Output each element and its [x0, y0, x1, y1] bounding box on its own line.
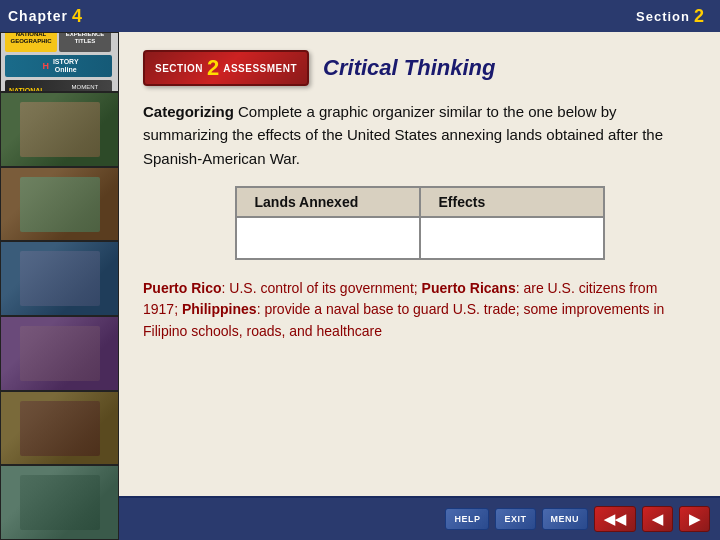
chapter-header: Chapter 4: [0, 0, 119, 32]
section-header: Section 2: [119, 0, 720, 32]
table-header-effects: Effects: [420, 187, 604, 217]
body-instruction: Categorizing Complete a graphic organize…: [143, 100, 696, 170]
answer-puerto-ricans-bold: Puerto Ricans: [422, 280, 516, 296]
table-cell-lands: [236, 217, 420, 259]
chapter-number: 4: [72, 6, 82, 27]
prev-button[interactable]: ◀: [642, 506, 673, 532]
table-cell-effects: [420, 217, 604, 259]
bottom-nav: HELP EXIT MENU ◀◀ ◀ ▶: [119, 496, 720, 540]
exit-button[interactable]: EXIT: [495, 508, 535, 530]
assessment-banner: SECTION 2 ASSESSMENT Critical Thinking: [143, 50, 696, 86]
table-row: [236, 217, 604, 259]
badge-number: 2: [207, 57, 219, 79]
section-badge: SECTION 2 ASSESSMENT: [143, 50, 309, 86]
prev-prev-button[interactable]: ◀◀: [594, 506, 636, 532]
sidebar-image-3: [0, 241, 119, 316]
body-term: Categorizing: [143, 103, 234, 120]
answer-puerto-rico-bold: Puerto Rico: [143, 280, 222, 296]
sidebar: Chapter 4 NATIONALGEOGRAPHIC EXPERIENCET…: [0, 0, 119, 540]
content-area: SECTION 2 ASSESSMENT Critical Thinking C…: [119, 32, 720, 496]
sidebar-image-6: [0, 465, 119, 540]
national-geo-logo: NATIONALGEOGRAPHIC: [5, 32, 57, 52]
history-online-logo: HISTORYOnline: [5, 55, 112, 77]
answer-puerto-rico-text: : U.S. control of its government;: [222, 280, 422, 296]
help-button[interactable]: HELP: [445, 508, 489, 530]
chapter-label: Chapter: [8, 8, 68, 24]
moment-history-logo: NATIONAL MOMENTOF HISTORY: [5, 80, 112, 92]
secondary-logo: EXPERIENCETITLES: [59, 32, 111, 52]
section-number: 2: [694, 6, 704, 27]
sidebar-image-2: [0, 167, 119, 242]
next-button[interactable]: ▶: [679, 506, 710, 532]
sidebar-logos: NATIONALGEOGRAPHIC EXPERIENCETITLES HIST…: [0, 32, 119, 92]
sidebar-image-list: NATIONALGEOGRAPHIC EXPERIENCETITLES HIST…: [0, 32, 119, 540]
critical-thinking-title: Critical Thinking: [323, 55, 495, 81]
organizer-table: Lands Annexed Effects: [235, 186, 605, 260]
sidebar-image-1: [0, 92, 119, 167]
main-content: Section 2 SECTION 2 ASSESSMENT Critical …: [119, 0, 720, 540]
sidebar-image-4: [0, 316, 119, 391]
table-header-lands: Lands Annexed: [236, 187, 420, 217]
badge-assessment-text: ASSESSMENT: [223, 63, 297, 74]
section-label: Section: [636, 9, 690, 24]
badge-section-text: SECTION: [155, 63, 203, 74]
menu-button[interactable]: MENU: [542, 508, 589, 530]
answer-section: Puerto Rico: U.S. control of its governm…: [143, 278, 696, 343]
answer-philippines-bold: Philippines: [182, 301, 257, 317]
sidebar-image-5: [0, 391, 119, 466]
